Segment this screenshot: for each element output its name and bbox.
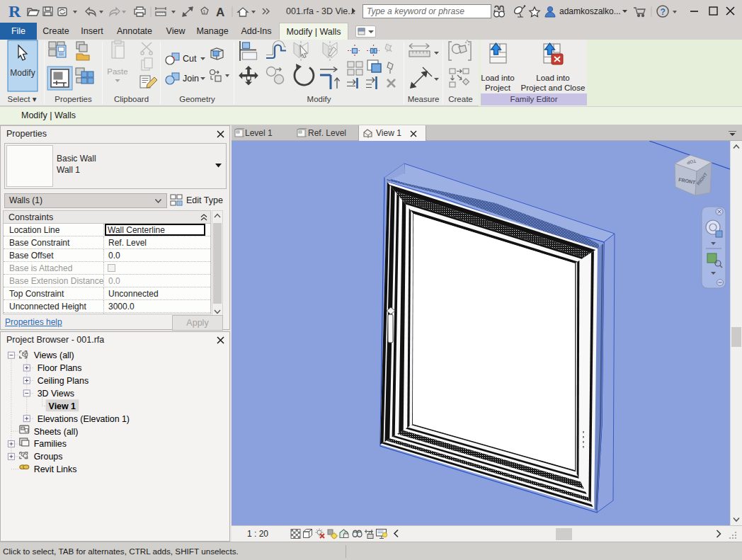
svg-text:Paste: Paste [107, 67, 127, 76]
svg-text:1: 1 [203, 9, 206, 14]
svg-text:3D Views: 3D Views [38, 389, 74, 399]
svg-text:Join: Join [183, 74, 199, 84]
svg-text:Modify: Modify [10, 68, 35, 78]
svg-text:Elevations (Elevation 1): Elevations (Elevation 1) [38, 414, 130, 424]
svg-text:Floor Plans: Floor Plans [38, 363, 82, 373]
svg-text:Families: Families [34, 439, 67, 449]
svg-text:Revit Links: Revit Links [34, 464, 77, 474]
svg-text:?: ? [661, 7, 666, 17]
svg-text:Sheets (all): Sheets (all) [34, 427, 79, 437]
svg-text:A: A [216, 6, 224, 19]
svg-text:Project: Project [485, 84, 511, 92]
svg-text:Groups: Groups [34, 452, 63, 462]
svg-text:R: R [8, 2, 21, 21]
svg-text:Load into: Load into [481, 74, 514, 82]
svg-text:Views (all): Views (all) [34, 350, 74, 360]
svg-text:View 1: View 1 [49, 401, 76, 411]
svg-text:Load into: Load into [536, 74, 569, 82]
svg-text:Project and Close: Project and Close [521, 84, 586, 92]
svg-text:Cut: Cut [183, 54, 197, 64]
svg-text:Ceiling Plans: Ceiling Plans [38, 376, 89, 386]
